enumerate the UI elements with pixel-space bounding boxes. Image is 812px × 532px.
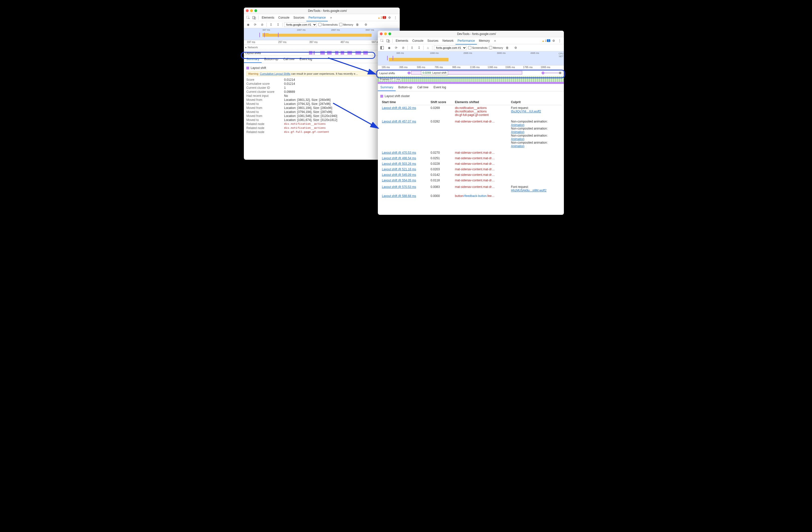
upload-icon[interactable]: ↥	[268, 22, 274, 27]
perf-settings-icon[interactable]: ⚙	[363, 22, 369, 27]
device-icon[interactable]	[251, 15, 257, 20]
gc-icon[interactable]: 🗑	[355, 22, 360, 27]
perf-toolbar: ◉ ⟳ ⊘ ↥ ↧ ⌂ fonts.google.com #1 Screensh…	[378, 44, 564, 51]
cls-link[interactable]: Cumulative Layout Shifts	[260, 72, 291, 75]
panel-toggle-icon[interactable]	[379, 45, 385, 51]
detail-tab-summary[interactable]: Summary	[244, 56, 262, 63]
kebab-icon[interactable]: ⋮	[393, 15, 398, 20]
minimize-icon[interactable]	[250, 9, 253, 12]
kebab-icon[interactable]: ⋮	[557, 38, 562, 43]
layout-shift-link[interactable]: Layout shift @ 570.53 ms	[382, 185, 416, 188]
warning-badge[interactable]: 1	[542, 39, 546, 42]
detail-panel: Layout shift Warning Cumulative Layout S…	[244, 63, 400, 136]
layout-shift-link[interactable]: Layout shift @ 457.07 ms	[382, 120, 416, 123]
warning-badge[interactable]: 2	[378, 16, 382, 19]
layout-shift-link[interactable]: Layout shift @ 588.68 ms	[382, 194, 416, 198]
more-tabs-icon[interactable]: »	[492, 38, 498, 43]
download-icon[interactable]: ↧	[275, 22, 281, 27]
record-icon[interactable]: ◉	[245, 22, 251, 27]
tab-console[interactable]: Console	[276, 14, 291, 21]
layout-shift-link[interactable]: Layout shift @ 554.05 ms	[382, 179, 416, 182]
home-icon[interactable]: ⌂	[425, 45, 431, 51]
kv-row: Moved fromLocation: [3801,32], Size: [28…	[246, 98, 397, 102]
culprit-link[interactable]: Animation	[511, 144, 524, 148]
inspect-icon[interactable]	[379, 38, 385, 43]
layout-shift-link[interactable]: Layout shift @ 441.20 ms	[382, 106, 416, 110]
error-badge[interactable]: 1	[382, 16, 386, 19]
tab-elements[interactable]: Elements	[260, 14, 276, 21]
column-header: Start time	[380, 99, 429, 105]
profile-select[interactable]: fonts.google.com #1	[284, 23, 317, 27]
record-icon[interactable]: ◉	[387, 45, 392, 51]
profile-select[interactable]: fonts.google.com #1	[434, 45, 467, 50]
info-badge[interactable]: 1	[547, 39, 550, 42]
detail-tab-summary[interactable]: Summary	[378, 84, 396, 91]
culprit-link[interactable]: Animation	[511, 137, 524, 141]
settings-icon[interactable]: ⚙	[551, 38, 556, 43]
elements-shifted: button#feedback-button.fee…	[453, 193, 509, 199]
layout-shift-link[interactable]: Layout shift @ 503.26 ms	[382, 162, 416, 166]
overview-minimap[interactable]: 997 ms1997 ms2997 ms3997 ms	[244, 28, 400, 40]
gc-icon[interactable]: 🗑	[505, 45, 510, 51]
clear-icon[interactable]: ⊘	[401, 45, 406, 51]
titlebar[interactable]: DevTools - fonts.google.com/	[378, 31, 564, 37]
network-track[interactable]: ▸ Network	[244, 45, 400, 50]
detail-tab-event-log[interactable]: Event log	[431, 84, 449, 91]
detail-tab-event-log[interactable]: Event log	[297, 56, 315, 63]
detail-tab-call-tree[interactable]: Call tree	[281, 56, 297, 63]
layout-shift-link[interactable]: Layout shift @ 470.53 ms	[382, 151, 416, 154]
time-ruler[interactable]: 197 ms297 ms397 ms497 ms597 ms	[244, 40, 400, 45]
screenshots-checkbox[interactable]: Screenshots	[468, 46, 488, 49]
table-row: Layout shift @ 554.05 ms0.0118mat-sidena…	[380, 178, 561, 184]
memory-checkbox[interactable]: Memory	[339, 23, 353, 26]
frames-track[interactable]: Frames 67.1 ms	[378, 76, 564, 82]
main-toolbar: ElementsConsoleSourcesNetworkPerformance…	[378, 37, 564, 44]
tab-sources[interactable]: Sources	[425, 38, 440, 44]
zoom-icon[interactable]	[255, 9, 257, 12]
overview-minimap[interactable]: 995 ms1990 ms2995 ms3995 ms4995 ms CPUNE…	[378, 51, 564, 66]
upload-icon[interactable]: ↥	[409, 45, 415, 51]
tab-console[interactable]: Console	[410, 38, 425, 44]
device-icon[interactable]	[386, 38, 391, 43]
clear-icon[interactable]: ⊘	[259, 22, 265, 27]
culprit-link[interactable]: Animation	[511, 130, 524, 134]
kv-row: Moved toLocation: [3794,194], Size: [287…	[246, 110, 397, 114]
inspect-icon[interactable]	[245, 15, 251, 20]
layout-shifts-track[interactable]: Layout shifts 0.0269 Layout shift	[378, 70, 564, 76]
close-icon[interactable]	[380, 32, 382, 35]
more-tabs-icon[interactable]: »	[328, 15, 334, 20]
titlebar[interactable]: DevTools - fonts.google.com/	[244, 8, 400, 14]
time-ruler[interactable]: 195 ms395 ms595 ms795 ms995 ms1195 ms139…	[378, 66, 564, 70]
tab-network[interactable]: Network	[440, 38, 455, 44]
tab-performance[interactable]: Performance	[455, 38, 477, 44]
culprit-cell: Font request:HhzMU5Ak9u…p9M.woff2	[509, 184, 561, 193]
culprit-link[interactable]: HhzMU5Ak9u…p9M.woff2	[511, 188, 546, 192]
layout-shift-link[interactable]: Layout shift @ 486.54 ms	[382, 156, 416, 160]
close-icon[interactable]	[246, 9, 249, 12]
divider	[266, 23, 267, 27]
minimize-icon[interactable]	[384, 32, 387, 35]
detail-tab-bottom-up[interactable]: Bottom-up	[262, 56, 280, 63]
layout-shift-link[interactable]: Layout shift @ 521.16 ms	[382, 168, 416, 171]
detail-tab-bottom-up[interactable]: Bottom-up	[396, 84, 415, 91]
culprit-link[interactable]: Animation	[511, 123, 524, 127]
perf-settings-icon[interactable]: ⚙	[513, 45, 519, 51]
tab-elements[interactable]: Elements	[394, 38, 410, 44]
tab-performance[interactable]: Performance	[306, 14, 328, 22]
reload-icon[interactable]: ⟳	[252, 22, 258, 27]
layout-shift-link[interactable]: Layout shift @ 545.09 ms	[382, 173, 416, 177]
settings-icon[interactable]: ⚙	[387, 15, 392, 20]
tab-memory[interactable]: Memory	[477, 38, 492, 44]
screenshots-checkbox[interactable]: Screenshots	[318, 23, 338, 26]
zoom-icon[interactable]	[388, 32, 391, 35]
layout-shifts-track[interactable]: Layout shifts	[244, 50, 400, 56]
memory-checkbox[interactable]: Memory	[489, 46, 503, 49]
window-title: DevTools - fonts.google.com/	[257, 9, 398, 13]
connector-line	[542, 73, 559, 73]
reload-icon[interactable]: ⟳	[393, 45, 399, 51]
detail-tab-call-tree[interactable]: Call tree	[415, 84, 431, 91]
culprit-link[interactable]: t5sJIQcYNI…IUI.woff2	[511, 110, 541, 113]
shift-score: 0.0203	[429, 167, 453, 172]
download-icon[interactable]: ↧	[416, 45, 422, 51]
tab-sources[interactable]: Sources	[291, 14, 306, 21]
